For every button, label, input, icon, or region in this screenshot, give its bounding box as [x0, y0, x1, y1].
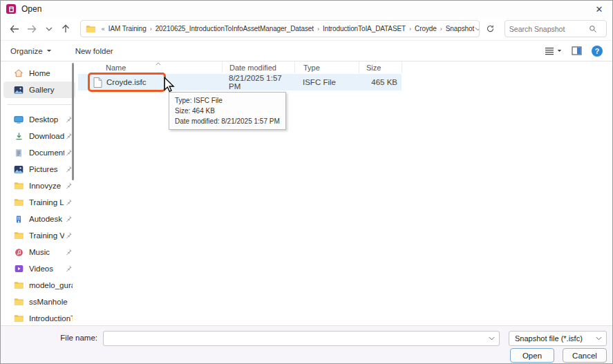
sidebar-item-label: IntroductionToI — [29, 314, 73, 323]
column-headers: Name Date modified Type Size — [78, 61, 612, 73]
sidebar-item-label: Training Lect — [29, 198, 64, 207]
back-icon[interactable] — [6, 20, 23, 37]
help-icon[interactable]: ? — [592, 46, 603, 57]
preview-pane-icon[interactable] — [572, 46, 582, 55]
cancel-button[interactable]: Cancel — [563, 348, 607, 363]
file-type-select[interactable]: Snapshot file (*.isfc) — [509, 331, 607, 346]
view-list-button[interactable] — [545, 47, 562, 55]
pin-icon — [64, 231, 73, 240]
sidebar-item-training-vms[interactable]: Training VMs — [3, 227, 75, 244]
file-list-pane: Name Date modified Type Size Croyde.isfc… — [78, 61, 612, 325]
breadcrumb-separator: › — [317, 26, 319, 32]
sidebar-item-home[interactable]: Home — [3, 65, 75, 82]
organize-label: Organize — [10, 47, 43, 55]
pin-icon — [64, 182, 73, 190]
breadcrumb-segment[interactable]: IntroductionToIA_DATASET — [322, 25, 406, 32]
sidebar-item-label: Autodesk — [29, 215, 64, 223]
folder-icon — [85, 23, 96, 35]
sidebar-item-label: Downloads — [29, 132, 64, 140]
organize-button[interactable]: Organize — [10, 47, 52, 55]
view-caret-icon — [557, 49, 562, 52]
title-bar: Open ✕ — [1, 1, 612, 17]
column-header-name[interactable]: Name — [78, 61, 222, 73]
file-date-cell: 8/21/2025 1:57 PM — [222, 74, 294, 90]
table-row[interactable]: Croyde.isfc 8/21/2025 1:57 PM ISFC File … — [78, 74, 402, 90]
column-header-date-modified[interactable]: Date modified — [222, 61, 294, 73]
pin-icon — [64, 198, 73, 207]
open-button[interactable]: Open — [510, 348, 554, 363]
chevron-down-icon[interactable] — [484, 336, 499, 341]
column-header-size[interactable]: Size — [359, 61, 402, 73]
sidebar-item-label: ssManhole — [29, 298, 73, 306]
close-icon[interactable]: ✕ — [586, 1, 612, 17]
search-input[interactable] — [509, 25, 589, 33]
dialog-body: Home Gallery Desktop Downloads — [1, 61, 612, 325]
sort-ascending-icon — [155, 62, 161, 66]
sidebar-item-label: modelo_gurabo — [29, 281, 73, 289]
search-icon — [589, 25, 597, 33]
downloads-icon — [13, 131, 24, 142]
sidebar-item-label: Pictures — [29, 165, 64, 173]
breadcrumb-segment[interactable]: 20210625_IntroductionToInfoAssetManager_… — [155, 25, 314, 32]
sidebar-item-pictures[interactable]: Pictures — [3, 161, 75, 178]
desktop-icon — [13, 114, 24, 125]
navigation-pane: Home Gallery Desktop Downloads — [1, 61, 78, 325]
breadcrumb-segment[interactable]: Snapshot — [445, 25, 475, 32]
breadcrumb-segment[interactable]: IAM Training — [108, 25, 147, 32]
column-header-type[interactable]: Type — [294, 61, 359, 73]
breadcrumb-separator: › — [150, 26, 152, 32]
folder-icon — [13, 313, 24, 324]
home-icon — [13, 68, 24, 79]
recent-locations-icon[interactable] — [40, 20, 57, 37]
window-title: Open — [21, 4, 41, 14]
cursor-icon — [162, 77, 177, 93]
breadcrumb-separator: › — [409, 26, 411, 32]
new-folder-button[interactable]: New folder — [75, 47, 113, 55]
sidebar-item-training-lect[interactable]: Training Lect — [3, 194, 75, 211]
folder-icon — [13, 180, 24, 191]
sidebar-item-modelo-gurabo[interactable]: modelo_gurabo — [3, 277, 75, 294]
command-toolbar: Organize New folder ? — [1, 41, 612, 61]
pin-icon — [64, 248, 73, 256]
folder-icon — [13, 197, 24, 208]
address-row: « IAM Training › 20210625_IntroductionTo… — [1, 17, 612, 41]
folder-icon — [13, 296, 24, 307]
autodesk-icon — [13, 213, 24, 224]
file-tooltip: Type: ISFC File Size: 464 KB Date modifi… — [169, 92, 286, 130]
organize-caret-icon — [46, 49, 52, 52]
sidebar-item-downloads[interactable]: Downloads — [3, 128, 75, 144]
sidebar-item-ssmanhole[interactable]: ssManhole — [3, 294, 75, 310]
sidebar-item-label: Music — [29, 248, 64, 256]
sidebar-item-desktop[interactable]: Desktop — [3, 111, 75, 128]
app-icon — [6, 4, 16, 14]
refresh-icon[interactable] — [482, 20, 500, 37]
highlight-box — [88, 73, 166, 92]
folder-icon — [13, 230, 24, 241]
sidebar-item-music[interactable]: Music — [3, 244, 75, 260]
search-box[interactable] — [504, 20, 607, 37]
breadcrumb[interactable]: « IAM Training › 20210625_IntroductionTo… — [80, 20, 480, 37]
sidebar-item-innovyze[interactable]: Innovyze — [3, 178, 75, 194]
sidebar-item-autodesk[interactable]: Autodesk — [3, 211, 75, 227]
forward-icon[interactable] — [23, 20, 41, 37]
sidebar-scrollbar[interactable] — [72, 63, 74, 180]
sidebar-item-videos[interactable]: Videos — [3, 260, 75, 277]
pin-icon — [64, 215, 73, 223]
music-icon — [13, 247, 24, 258]
tooltip-line: Size: 464 KB — [175, 106, 280, 116]
chevron-down-icon — [596, 336, 602, 341]
sidebar-item-documents[interactable]: Documents — [3, 144, 75, 161]
breadcrumb-segment[interactable]: Croyde — [414, 25, 437, 32]
up-icon[interactable] — [57, 20, 75, 37]
file-name-input[interactable] — [104, 332, 484, 345]
dialog-footer: File name: Snapshot file (*.isfc) Open C… — [1, 325, 612, 363]
column-header-end — [402, 61, 429, 73]
sidebar-item-label: Innovyze — [29, 182, 64, 190]
sidebar-item-label: Desktop — [29, 115, 64, 124]
sidebar-item-introductiontoi[interactable]: IntroductionToI — [3, 310, 75, 327]
folder-icon — [13, 280, 24, 291]
gallery-icon — [13, 84, 24, 95]
sidebar-item-gallery[interactable]: Gallery — [3, 82, 75, 98]
chevron-down-icon[interactable] — [475, 27, 480, 31]
documents-icon — [13, 147, 24, 158]
